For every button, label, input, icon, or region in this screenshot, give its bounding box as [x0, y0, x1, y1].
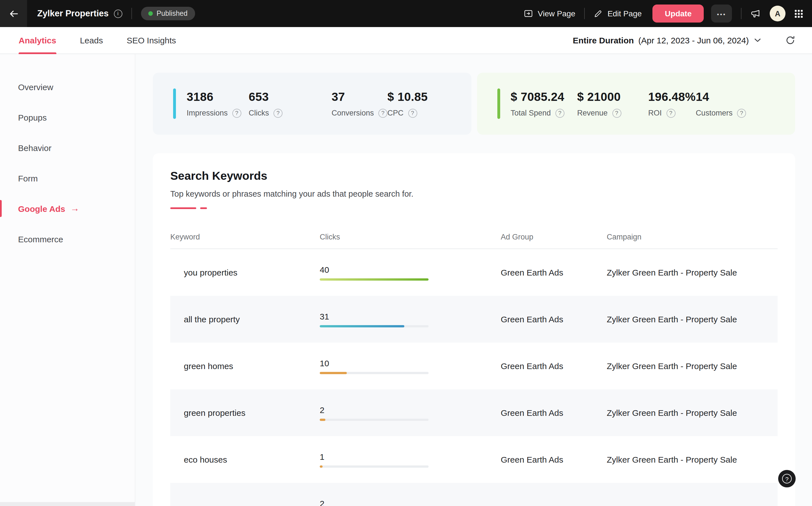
- keyword-row: you properties 40 Green Earth Ads Zylker…: [170, 249, 778, 296]
- campaign-cell: Zylker Green Earth - Property Sale: [607, 455, 778, 464]
- revenue-metrics: $ 7085.24 Total Spend ? $ 21000 Revenue …: [511, 90, 795, 117]
- metric-label: Total Spend: [511, 109, 551, 117]
- apps-grid-icon: [795, 9, 803, 18]
- clicks-cell: 40: [320, 265, 501, 280]
- column-header: Keyword: [170, 233, 320, 241]
- metric-label: ROI: [648, 109, 662, 117]
- view-page-button[interactable]: View Page: [524, 9, 575, 18]
- metric-value: $ 7085.24: [511, 90, 577, 103]
- help-icon[interactable]: ?: [612, 108, 621, 117]
- apps-grid-button[interactable]: [795, 9, 803, 18]
- clicks-value: 2: [320, 498, 501, 506]
- ad-group-cell: Green Earth Ads: [501, 455, 607, 464]
- help-button[interactable]: ?: [778, 470, 796, 487]
- stats-row: 3186 Impressions ? 653 Clicks ?: [153, 73, 795, 135]
- edit-page-label: Edit Page: [608, 9, 642, 18]
- clicks-bar-fill: [320, 371, 347, 374]
- sidebar-item-google-ads[interactable]: Google Ads →: [0, 193, 135, 224]
- keywords-table-header: KeywordClicksAd GroupCampaign: [170, 231, 778, 249]
- duration-filter[interactable]: Entire Duration (Apr 12, 2023 - Jun 06, …: [573, 35, 761, 45]
- metric-value: $ 10.85: [387, 90, 428, 103]
- app-window: Zylker Properties i Published View Page …: [0, 0, 812, 506]
- keyword-cell: eco houses: [170, 455, 320, 464]
- metric: 3186 Impressions ?: [187, 90, 249, 117]
- clicks-bar-track: [320, 465, 429, 468]
- help-icon[interactable]: ?: [232, 108, 241, 117]
- metric-label: Impressions: [187, 109, 228, 117]
- view-page-icon: [524, 9, 533, 18]
- help-icon[interactable]: ?: [737, 108, 746, 117]
- tab-label: Leads: [80, 35, 103, 45]
- announcements-button[interactable]: [750, 8, 761, 19]
- clicks-bar-fill: [320, 418, 325, 421]
- sidebar-item-label: Form: [18, 173, 38, 183]
- metric: $ 21000 Revenue ?: [577, 90, 648, 117]
- view-page-label: View Page: [538, 9, 575, 18]
- help-icon[interactable]: ?: [274, 108, 283, 117]
- arrow-right-icon: →: [70, 204, 79, 213]
- clicks-cell: 2: [320, 498, 501, 506]
- sidebar-item-form[interactable]: Form →: [0, 163, 135, 193]
- tab-seo-insights[interactable]: SEO Insights: [127, 27, 176, 54]
- keyword-cell: all the property: [170, 315, 320, 324]
- metric: 37 Conversions ?: [331, 90, 387, 117]
- help-icon[interactable]: ?: [378, 108, 387, 117]
- tab-label: SEO Insights: [127, 35, 176, 45]
- metric: $ 10.85 CPC ?: [387, 90, 428, 117]
- keywords-table-rows: you properties 40 Green Earth Ads Zylker…: [170, 249, 778, 506]
- published-dot-icon: [148, 11, 153, 16]
- accent-bar: [497, 88, 500, 119]
- revenue-stats-card: $ 7085.24 Total Spend ? $ 21000 Revenue …: [477, 73, 795, 135]
- body: Overview → Popups → Behavior → Form → Go…: [0, 54, 812, 506]
- back-button[interactable]: [0, 0, 27, 27]
- tab-label: Analytics: [19, 35, 56, 45]
- chevron-down-icon: [754, 38, 761, 42]
- more-options-button[interactable]: •••: [711, 4, 732, 22]
- sidebar-item-popups[interactable]: Popups →: [0, 102, 135, 133]
- clicks-value: 10: [320, 358, 501, 368]
- tab-leads[interactable]: Leads: [80, 27, 103, 54]
- sidebar-item-ecommerce[interactable]: Ecommerce →: [0, 224, 135, 254]
- clicks-cell: 1: [320, 452, 501, 468]
- metric-value: 3186: [187, 90, 249, 103]
- sidebar-scrollbar[interactable]: [0, 502, 135, 506]
- tabbar-right: Entire Duration (Apr 12, 2023 - Jun 06, …: [573, 35, 795, 45]
- keyword-cell: green properties: [170, 408, 320, 418]
- help-icon[interactable]: ?: [408, 108, 417, 117]
- clicks-bar-track: [320, 278, 429, 280]
- sidebar-item-overview[interactable]: Overview →: [0, 72, 135, 102]
- info-icon[interactable]: i: [114, 9, 122, 18]
- avatar[interactable]: A: [770, 6, 786, 21]
- sidebar-item-behavior[interactable]: Behavior →: [0, 133, 135, 163]
- column-header: Clicks: [320, 233, 501, 241]
- keyword-row: all the property 31 Green Earth Ads Zylk…: [170, 296, 778, 343]
- help-icon[interactable]: ?: [556, 108, 565, 117]
- title-underline-decoration: [170, 207, 778, 209]
- status-badge: Published: [141, 7, 195, 20]
- topbar: Zylker Properties i Published View Page …: [0, 0, 812, 27]
- keyword-row: green properties 2 Green Earth Ads Zylke…: [170, 389, 778, 436]
- clicks-cell: 10: [320, 358, 501, 374]
- clicks-value: 2: [320, 405, 501, 414]
- sidebar-item-label: Popups: [18, 112, 47, 122]
- sidebar: Overview → Popups → Behavior → Form → Go…: [0, 54, 135, 506]
- metric: 14 Customers ?: [696, 90, 746, 117]
- refresh-button[interactable]: [786, 35, 795, 45]
- update-button[interactable]: Update: [652, 4, 704, 22]
- ads-metrics: 3186 Impressions ? 653 Clicks ?: [187, 90, 471, 117]
- tab-analytics[interactable]: Analytics: [19, 27, 56, 54]
- edit-page-button[interactable]: Edit Page: [594, 9, 642, 18]
- metric: 196.48% ROI ?: [648, 90, 696, 117]
- keyword-row: green homes 10 Green Earth Ads Zylker Gr…: [170, 343, 778, 389]
- status-badge-label: Published: [156, 10, 188, 17]
- refresh-icon: [786, 35, 795, 45]
- metric-value: 653: [249, 90, 331, 103]
- section-subtitle: Top keywords or phrases matching your ad…: [170, 189, 778, 198]
- keywords-table: KeywordClicksAd GroupCampaign you proper…: [170, 231, 778, 506]
- back-arrow-icon: [9, 9, 18, 18]
- help-icon[interactable]: ?: [666, 108, 675, 117]
- metric: 653 Clicks ?: [249, 90, 331, 117]
- clicks-bar-fill: [320, 465, 322, 468]
- section-title: Search Keywords: [170, 169, 778, 183]
- column-header: Campaign: [607, 233, 778, 241]
